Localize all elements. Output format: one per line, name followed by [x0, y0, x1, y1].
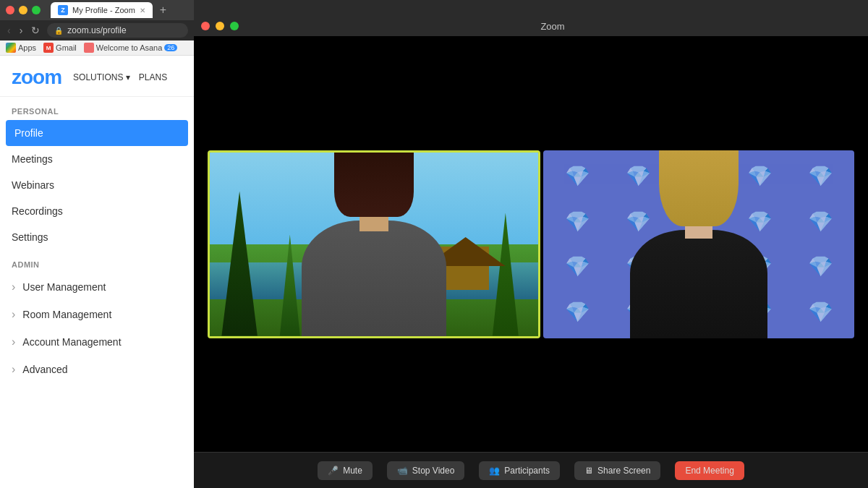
bookmark-apps[interactable]: Apps [6, 43, 36, 53]
sidebar-item-webinars[interactable]: Webinars [0, 172, 194, 198]
zoom-controls-bar: 🎤 Mute 📹 Stop Video 👥 Participants 🖥 Sha… [194, 452, 868, 488]
tab-close-btn[interactable]: ✕ [140, 7, 145, 14]
participant-video-secondary: 💎 💎 💎 💎 💎 💎 💎 💎 💎 💎 💎 💎 💎 💎 💎 💎 [543, 150, 854, 338]
gmail-icon: M [43, 43, 54, 53]
zoom-sidebar: zoom SOLUTIONS ▾ PLANS PERSONAL Profile … [0, 56, 194, 488]
reload-button[interactable]: ↻ [30, 23, 41, 38]
browser-chrome: Z My Profile - Zoom ✕ + ‹ › ↻ 🔒 zoom.us/… [0, 0, 194, 56]
tropical-background [210, 153, 538, 336]
diamond-background: 💎 💎 💎 💎 💎 💎 💎 💎 💎 💎 💎 💎 💎 💎 💎 💎 [543, 150, 854, 338]
video-button[interactable]: 📹 Stop Video [387, 461, 465, 480]
mute-label: Mute [343, 466, 362, 476]
zoom-meeting-area: 💎 💎 💎 💎 💎 💎 💎 💎 💎 💎 💎 💎 💎 💎 💎 💎 [194, 36, 868, 452]
end-meeting-button[interactable]: End Meeting [675, 461, 744, 480]
bookmark-asana-label: Welcome to Asana [96, 43, 163, 52]
participant-video-main [208, 150, 540, 338]
nav-solutions[interactable]: SOLUTIONS ▾ [73, 72, 130, 82]
lock-icon: 🔒 [54, 27, 63, 35]
browser-window: Z My Profile - Zoom ✕ + ‹ › ↻ 🔒 zoom.us/… [0, 0, 194, 488]
zoom-app-titlebar: Zoom [194, 16, 868, 36]
personal-section-label: PERSONAL [0, 97, 194, 120]
apps-icon [6, 43, 16, 53]
browser-close-btn[interactable] [6, 6, 14, 14]
diamond-1: 💎 [550, 158, 604, 196]
share-button[interactable]: 🖥 Share Screen [574, 461, 660, 480]
forward-button[interactable]: › [18, 23, 25, 38]
asana-badge: 26 [164, 44, 177, 51]
share-icon: 🖥 [584, 466, 593, 476]
person2-hair [659, 150, 739, 226]
back-button[interactable]: ‹ [6, 23, 12, 38]
profile-label: Profile [14, 127, 43, 139]
sidebar-item-profile[interactable]: Profile [6, 120, 188, 146]
zoom-app-minimize[interactable] [216, 22, 224, 30]
bookmark-asana[interactable]: Welcome to Asana 26 [84, 43, 178, 53]
sidebar-item-recordings[interactable]: Recordings [0, 198, 194, 224]
zoom-logo: zoom [12, 66, 61, 89]
zoom-app-maximize[interactable] [230, 22, 239, 30]
browser-fullscreen-btn[interactable] [32, 6, 41, 14]
diamond-10: 💎 [793, 202, 847, 241]
end-label: End Meeting [685, 466, 733, 476]
account-management-label: Account Management [22, 336, 121, 348]
asana-icon [84, 43, 94, 53]
sidebar-item-user-management[interactable]: User Management [0, 273, 194, 301]
sidebar-item-room-management[interactable]: Room Management [0, 301, 194, 328]
zoom-header: zoom SOLUTIONS ▾ PLANS [0, 56, 194, 97]
tab-favicon: Z [58, 5, 68, 15]
diamond-16: 💎 [550, 293, 604, 331]
mute-button[interactable]: 🎤 Mute [318, 461, 373, 480]
zoom-app-close[interactable] [201, 22, 210, 30]
admin-section-label: ADMIN [0, 250, 194, 273]
new-tab-button[interactable]: + [160, 4, 166, 17]
browser-addressbar: ‹ › ↻ 🔒 zoom.us/profile [0, 20, 194, 40]
person-main-body [280, 153, 468, 336]
zoom-app-title: Zoom [244, 21, 861, 32]
bookmark-gmail-label: Gmail [56, 43, 77, 52]
camera-icon: 📹 [397, 466, 408, 476]
participants-label: Participants [504, 466, 550, 476]
bookmark-gmail[interactable]: M Gmail [43, 43, 77, 53]
webinars-label: Webinars [12, 179, 54, 191]
browser-minimize-btn[interactable] [19, 6, 27, 14]
diamond-6: 💎 [550, 202, 604, 241]
zoom-app-window: Zoom [194, 16, 868, 488]
sidebar-item-meetings[interactable]: Meetings [0, 146, 194, 172]
person-secondary-body [608, 158, 789, 338]
advanced-label: Advanced [22, 364, 67, 375]
recordings-label: Recordings [12, 205, 63, 217]
sidebar-item-settings[interactable]: Settings [0, 224, 194, 250]
bookmarks-bar: Apps M Gmail Welcome to Asana 26 [0, 40, 194, 56]
sidebar-item-account-management[interactable]: Account Management [0, 328, 194, 356]
settings-label: Settings [12, 231, 48, 243]
sidebar-item-advanced[interactable]: Advanced [0, 356, 194, 383]
meetings-label: Meetings [12, 153, 53, 165]
person-shirt [302, 221, 446, 336]
nav-plans[interactable]: PLANS [139, 72, 167, 82]
room-management-label: Room Management [22, 309, 111, 320]
diamond-5: 💎 [793, 158, 847, 196]
browser-titlebar: Z My Profile - Zoom ✕ + [0, 0, 194, 20]
participants-icon: 👥 [489, 466, 500, 476]
browser-tab[interactable]: Z My Profile - Zoom ✕ [51, 2, 153, 18]
diamond-20: 💎 [793, 293, 847, 331]
user-management-label: User Management [22, 281, 106, 293]
bookmark-apps-label: Apps [18, 43, 36, 52]
share-label: Share Screen [597, 466, 650, 476]
diamond-11: 💎 [550, 248, 604, 286]
tab-title: My Profile - Zoom [72, 6, 135, 14]
diamond-15: 💎 [793, 248, 847, 286]
address-text: zoom.us/profile [67, 25, 126, 35]
person-hair [334, 153, 414, 217]
zoom-nav: SOLUTIONS ▾ PLANS [73, 72, 167, 82]
mic-icon: 🎤 [328, 466, 339, 476]
participants-button[interactable]: 👥 Participants [479, 461, 560, 480]
address-bar[interactable]: 🔒 zoom.us/profile [47, 23, 188, 38]
video-label: Stop Video [412, 466, 455, 476]
person2-shirt [630, 230, 767, 338]
